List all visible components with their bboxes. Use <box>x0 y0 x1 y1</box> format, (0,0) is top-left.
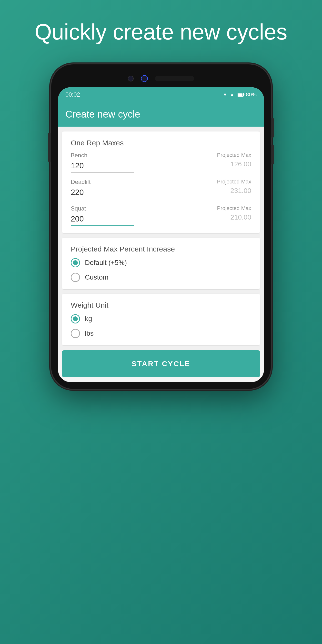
battery-icon <box>238 93 244 96</box>
projected-max-card: Projected Max Percent Increase Default (… <box>62 238 260 289</box>
wifi-icon: ▾ <box>224 92 226 98</box>
weight-unit-title: Weight Unit <box>71 301 251 309</box>
projected-max-custom-radio[interactable] <box>71 273 80 282</box>
projected-max-default-option[interactable]: Default (+5%) <box>71 258 251 267</box>
phone-side-button-left <box>48 133 51 162</box>
projected-max-default-radio[interactable] <box>71 258 80 267</box>
projected-max-title: Projected Max Percent Increase <box>71 245 251 253</box>
projected-max-default-label: Default (+5%) <box>85 259 127 267</box>
weight-unit-lbs-label: lbs <box>85 330 94 337</box>
weight-unit-lbs-radio[interactable] <box>71 329 80 338</box>
deadlift-label: Deadlift <box>71 178 202 186</box>
weight-unit-lbs-option[interactable]: lbs <box>71 329 251 338</box>
squat-projected-value: 210.00 <box>202 214 251 221</box>
app-bar-title: Create new cycle <box>66 109 256 120</box>
signal-icon: ▲ <box>229 92 235 98</box>
squat-input[interactable] <box>71 214 134 224</box>
projected-max-radio-group: Default (+5%) Custom <box>71 258 251 282</box>
bench-input-wrapper <box>71 161 134 173</box>
start-cycle-button[interactable]: START CYCLE <box>62 350 260 377</box>
battery-container: 80% <box>238 92 256 98</box>
projected-max-custom-label: Custom <box>85 274 108 281</box>
bench-projected-label: Projected Max <box>202 152 251 158</box>
bench-row: Bench Projected Max 126.00 <box>71 152 251 173</box>
page-headline: Quickly create new cycles <box>0 20 322 45</box>
deadlift-row: Deadlift Projected Max 231.00 <box>71 178 251 199</box>
status-icons: ▾ ▲ 80% <box>224 92 256 98</box>
camera-left-icon <box>128 76 134 82</box>
deadlift-right: Projected Max 231.00 <box>202 178 251 195</box>
squat-left: Squat <box>71 205 202 226</box>
status-time: 00:02 <box>66 91 80 98</box>
phone-frame: 00:02 ▾ ▲ 80% Create new cycle <box>51 64 271 389</box>
projected-max-custom-option[interactable]: Custom <box>71 273 251 282</box>
phone-screen: 00:02 ▾ ▲ 80% Create new cycle <box>58 87 264 382</box>
squat-row: Squat Projected Max 210.00 <box>71 205 251 226</box>
squat-right: Projected Max 210.00 <box>202 205 251 221</box>
status-bar: 00:02 ▾ ▲ 80% <box>58 87 264 102</box>
deadlift-projected-value: 231.00 <box>202 187 251 195</box>
deadlift-left: Deadlift <box>71 178 202 199</box>
squat-projected-label: Projected Max <box>202 205 251 212</box>
svg-rect-2 <box>238 94 242 96</box>
one-rep-maxes-title: One Rep Maxes <box>71 139 251 147</box>
weight-unit-kg-radio[interactable] <box>71 314 80 324</box>
deadlift-projected-label: Projected Max <box>202 178 251 185</box>
bench-right: Projected Max 126.00 <box>202 152 251 168</box>
one-rep-maxes-card: One Rep Maxes Bench Projected Max 126.00 <box>62 132 260 233</box>
camera-right-icon <box>141 75 148 82</box>
deadlift-input[interactable] <box>71 188 134 197</box>
bench-input[interactable] <box>71 161 134 170</box>
battery-percent: 80% <box>246 92 256 98</box>
deadlift-input-wrapper <box>71 188 134 199</box>
weight-unit-kg-label: kg <box>85 315 92 323</box>
weight-unit-card: Weight Unit kg lbs <box>62 294 260 346</box>
bench-projected-value: 126.00 <box>202 160 251 168</box>
svg-rect-1 <box>244 94 244 96</box>
weight-unit-kg-option[interactable]: kg <box>71 314 251 324</box>
bench-label: Bench <box>71 152 202 159</box>
phone-side-button-right <box>271 118 274 138</box>
squat-label: Squat <box>71 205 202 212</box>
weight-unit-radio-group: kg lbs <box>71 314 251 338</box>
content-area: One Rep Maxes Bench Projected Max 126.00 <box>58 126 264 350</box>
squat-input-wrapper <box>71 214 134 226</box>
phone-top-bar <box>58 71 264 86</box>
bench-left: Bench <box>71 152 202 173</box>
phone-side-button-right-2 <box>271 145 274 164</box>
phone-speaker <box>155 76 194 81</box>
app-bar: Create new cycle <box>58 102 264 126</box>
